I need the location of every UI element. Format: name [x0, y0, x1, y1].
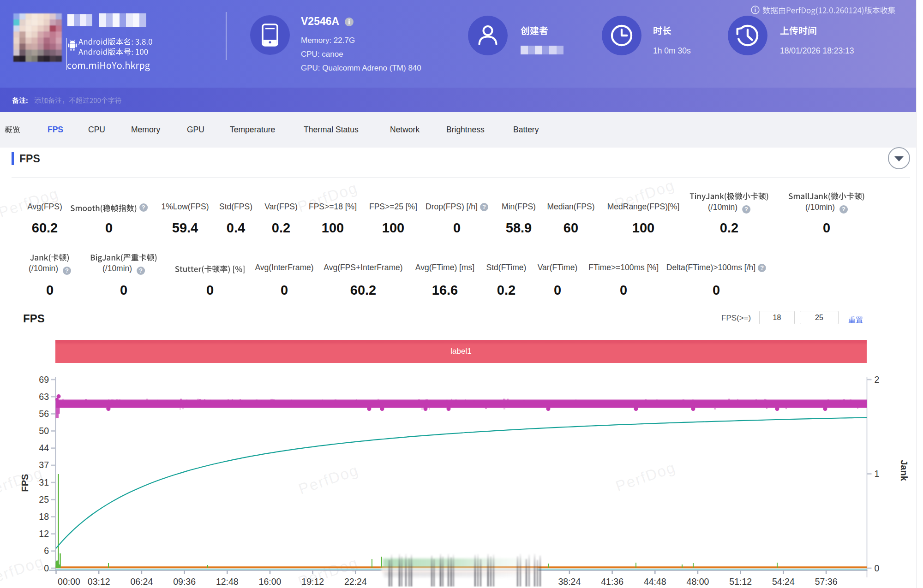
svg-text:44: 44: [39, 443, 49, 453]
svg-text:48:00: 48:00: [687, 576, 709, 587]
svg-text:44:48: 44:48: [644, 576, 666, 587]
svg-text:1: 1: [875, 469, 880, 479]
svg-text:51:12: 51:12: [729, 576, 752, 587]
svg-text:12: 12: [39, 529, 49, 539]
svg-text:37: 37: [39, 460, 49, 470]
svg-text:54:24: 54:24: [772, 576, 795, 587]
svg-text:00:00: 00:00: [58, 576, 80, 587]
svg-text:38:24: 38:24: [558, 576, 581, 587]
svg-text:06:24: 06:24: [130, 576, 153, 587]
svg-text:0: 0: [875, 563, 880, 573]
svg-text:41:36: 41:36: [601, 576, 623, 587]
svg-text:56: 56: [39, 409, 49, 419]
svg-text:69: 69: [39, 374, 49, 385]
svg-text:03:12: 03:12: [88, 576, 110, 587]
svg-text:12:48: 12:48: [216, 576, 239, 587]
svg-text:22:24: 22:24: [344, 576, 367, 587]
svg-text:0: 0: [44, 563, 49, 573]
svg-text:50: 50: [39, 426, 49, 436]
svg-text:19:12: 19:12: [301, 576, 324, 587]
svg-text:09:36: 09:36: [173, 576, 196, 587]
svg-text:57:36: 57:36: [815, 576, 838, 587]
svg-text:63: 63: [39, 392, 49, 402]
svg-text:6: 6: [44, 546, 49, 556]
svg-text:16:00: 16:00: [259, 576, 282, 587]
svg-text:25: 25: [39, 494, 49, 505]
svg-text:31: 31: [39, 477, 49, 487]
svg-text:18: 18: [39, 511, 49, 522]
svg-text:2: 2: [875, 374, 880, 385]
